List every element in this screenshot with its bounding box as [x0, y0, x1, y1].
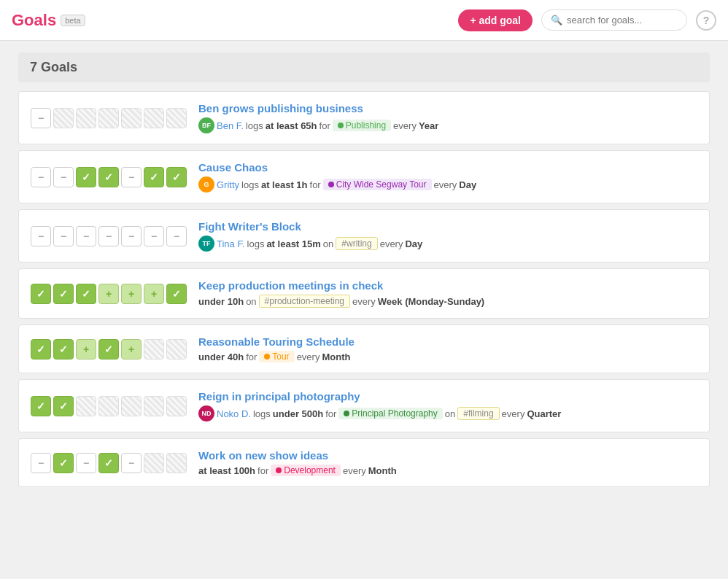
goal-title[interactable]: Ben grows publishing business	[198, 102, 363, 114]
progress-dots: ✓✓	[31, 396, 187, 416]
meta-verb: logs	[246, 120, 263, 131]
tag-pill[interactable]: #writing	[336, 237, 377, 250]
app-logo: Goals	[12, 11, 56, 30]
avatar: G	[198, 176, 214, 193]
meta-period: every	[352, 296, 376, 307]
goal-meta: under 10hon#production-meetingeveryWeek …	[198, 295, 697, 308]
progress-dot	[166, 108, 187, 128]
search-input[interactable]	[567, 15, 678, 26]
beta-badge: beta	[61, 15, 85, 26]
progress-dot: −	[76, 453, 96, 473]
goals-list: −Ben grows publishing businessBFBen F.lo…	[18, 91, 710, 487]
progress-dot: −	[166, 226, 187, 246]
progress-dots: −−✓✓−✓✓	[31, 167, 187, 187]
user-name[interactable]: Ben F.	[217, 120, 244, 131]
meta-amount: at least 1h	[261, 179, 308, 190]
progress-dot: ✓	[98, 339, 119, 360]
meta-period: every	[393, 120, 417, 131]
progress-dot: ✓	[76, 167, 96, 187]
meta-interval: Year	[419, 120, 438, 131]
progress-dot: +	[121, 284, 142, 304]
user-name[interactable]: Tina F.	[217, 238, 245, 249]
progress-dot: ✓	[166, 284, 187, 304]
meta-preposition: for	[257, 465, 268, 476]
goal-card: ✓✓✓+++✓Keep production meetings in check…	[18, 268, 710, 319]
tag2-pill[interactable]: #filming	[457, 407, 499, 420]
goal-meta: NDNoko D.logsunder 500hforPrincipal Phot…	[198, 405, 697, 421]
tag-label: Principal Photography	[352, 408, 437, 419]
goal-info: Work on new show ideasat least 100hforDe…	[198, 449, 697, 476]
goal-title[interactable]: Cause Chaos	[198, 161, 268, 174]
tag-pill[interactable]: #production-meeting	[259, 295, 350, 308]
tag2-label: #filming	[463, 408, 493, 419]
tag-label: #production-meeting	[265, 296, 344, 306]
user-name[interactable]: Gritty	[217, 179, 239, 190]
meta-period: every	[380, 238, 403, 249]
progress-dot	[98, 396, 119, 416]
meta-preposition: for	[246, 351, 257, 362]
tag-pill[interactable]: Development	[271, 465, 341, 476]
goal-title[interactable]: Reasonable Touring Schedule	[198, 335, 355, 348]
goal-title[interactable]: Keep production meetings in check	[198, 279, 383, 292]
progress-dot	[144, 339, 164, 360]
tag-label: #writing	[341, 238, 371, 249]
goal-meta: at least 100hforDevelopmenteveryMonth	[198, 465, 697, 476]
goal-title[interactable]: Fight Writer's Block	[198, 220, 301, 233]
progress-dot: +	[144, 284, 164, 304]
meta-amount: at least 65h	[266, 120, 317, 131]
progress-dot: −	[31, 167, 51, 187]
goal-meta: TFTina F.logsat least 15mon#writingevery…	[198, 236, 697, 252]
progress-dot: −	[121, 167, 142, 187]
progress-dots: ✓✓+✓+	[31, 339, 187, 360]
goal-title[interactable]: Work on new show ideas	[198, 449, 328, 462]
avatar: TF	[198, 236, 214, 252]
meta-interval: Month	[322, 351, 350, 362]
avatar: ND	[198, 405, 214, 421]
goal-info: Reasonable Touring Scheduleunder 40hforT…	[198, 335, 697, 362]
user-name[interactable]: Noko D.	[217, 408, 251, 419]
meta-verb: logs	[253, 408, 271, 419]
progress-dots: −−−−−−−	[31, 226, 187, 246]
goal-card: −✓−✓−Work on new show ideasat least 100h…	[18, 438, 710, 487]
meta-on: on	[445, 408, 455, 419]
progress-dot: −	[53, 226, 74, 246]
meta-verb: logs	[241, 179, 259, 190]
progress-dot: −	[31, 226, 51, 246]
tag-pill[interactable]: Tour	[259, 351, 294, 362]
meta-amount: at least 100h	[198, 465, 255, 476]
progress-dot	[166, 396, 187, 416]
main-content: 7 Goals −Ben grows publishing businessBF…	[7, 41, 721, 505]
meta-period: every	[502, 408, 525, 419]
tag-pill[interactable]: Principal Photography	[338, 408, 442, 419]
progress-dot	[53, 108, 74, 128]
progress-dots: −	[31, 108, 187, 128]
meta-amount: under 40h	[198, 351, 244, 362]
meta-period: every	[434, 179, 457, 190]
header: Goals beta + add goal 🔍 ?	[0, 0, 728, 41]
progress-dot: −	[31, 453, 51, 473]
goal-card: ✓✓+✓+Reasonable Touring Scheduleunder 40…	[18, 325, 710, 373]
meta-interval: Day	[459, 179, 476, 190]
tag-pill[interactable]: City Wide Segway Tour	[323, 179, 432, 190]
help-button[interactable]: ?	[696, 10, 716, 31]
tag-label: Tour	[272, 351, 289, 362]
meta-period: every	[297, 351, 320, 362]
progress-dot: ✓	[76, 284, 96, 304]
progress-dot	[144, 108, 164, 128]
progress-dot: ✓	[31, 339, 51, 360]
progress-dot: ✓	[53, 453, 74, 473]
meta-amount: under 10h	[198, 296, 244, 307]
progress-dot: −	[31, 108, 51, 128]
goal-title[interactable]: Reign in principal photography	[198, 390, 360, 403]
add-goal-button[interactable]: + add goal	[458, 9, 533, 31]
progress-dot	[121, 108, 142, 128]
logo-area: Goals beta	[12, 11, 85, 30]
tag-label: City Wide Segway Tour	[336, 179, 427, 190]
progress-dot: −	[144, 226, 164, 246]
tag-pill[interactable]: Publishing	[333, 120, 391, 131]
avatar: BF	[198, 117, 214, 133]
progress-dot: −	[76, 226, 96, 246]
goal-info: Cause ChaosGGrittylogsat least 1hforCity…	[198, 161, 697, 193]
progress-dot	[144, 453, 164, 473]
progress-dot: ✓	[98, 167, 119, 187]
